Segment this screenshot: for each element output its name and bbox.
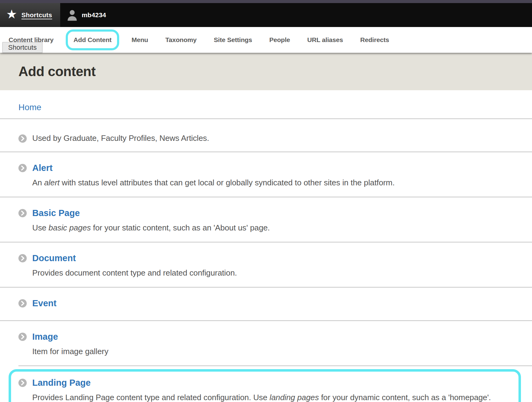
user-icon xyxy=(67,9,77,21)
admin-toolbar: ★ Shortcuts mb4234 xyxy=(0,3,532,27)
content-type-description: An alert with status level attributes th… xyxy=(32,178,514,187)
content-type-link-image[interactable]: Image xyxy=(32,332,58,342)
chevron-right-icon xyxy=(18,379,27,387)
chevron-right-icon xyxy=(18,134,27,143)
username-label: mb4234 xyxy=(82,11,106,19)
list-item-untitled: Used by Graduate, Faculty Profiles, News… xyxy=(0,118,532,152)
window-top-strip xyxy=(0,0,532,3)
content-type-description: Used by Graduate, Faculty Profiles, News… xyxy=(32,133,514,143)
page-title: Add content xyxy=(18,64,96,79)
content-type-description: Provides document content type and relat… xyxy=(32,268,514,278)
content-type-link-landing-page[interactable]: Landing Page xyxy=(32,378,91,388)
nav-item-people[interactable]: People xyxy=(261,36,299,44)
content-type-link-event[interactable]: Event xyxy=(32,298,57,308)
list-item-basic-page: Basic Page Use basic pages for your stat… xyxy=(0,197,532,242)
list-item-document: Document Provides document content type … xyxy=(0,242,532,287)
content-type-link-basic-page[interactable]: Basic Page xyxy=(32,208,80,218)
star-icon: ★ xyxy=(6,8,17,20)
landing-page-highlight-ring: Landing Page Provides Landing Page conte… xyxy=(9,369,521,402)
breadcrumb-home-link[interactable]: Home xyxy=(18,102,41,112)
list-item-alert: Alert An alert with status level attribu… xyxy=(0,152,532,197)
nav-item-site-settings[interactable]: Site Settings xyxy=(205,36,261,44)
content-type-description: Use basic pages for your static content,… xyxy=(32,223,514,233)
shortcuts-tooltip: Shortcuts xyxy=(2,42,42,53)
list-item-event: Event xyxy=(0,287,532,320)
list-item-image: Image Item for image gallery xyxy=(0,320,532,365)
chevron-right-icon xyxy=(18,254,27,262)
list-item-landing-page: Landing Page Provides Landing Page conte… xyxy=(11,372,518,402)
chevron-right-icon xyxy=(18,164,27,172)
chevron-right-icon xyxy=(18,333,27,341)
admin-nav: Content library Add Content Menu Taxonom… xyxy=(0,27,532,53)
nav-item-taxonomy[interactable]: Taxonomy xyxy=(157,36,205,44)
user-menu-button[interactable]: mb4234 xyxy=(60,3,106,27)
nav-item-url-aliases[interactable]: URL aliases xyxy=(299,36,351,44)
content-type-link-document[interactable]: Document xyxy=(32,253,76,263)
add-content-highlight-ring: Add Content xyxy=(66,29,119,50)
nav-item-add-content[interactable]: Add Content xyxy=(68,32,117,48)
content-type-description: Provides Landing Page content type and r… xyxy=(32,393,511,402)
divider xyxy=(18,365,532,366)
nav-item-redirects[interactable]: Redirects xyxy=(352,36,398,44)
shortcuts-button[interactable]: ★ Shortcuts xyxy=(0,3,60,27)
shortcuts-button-label: Shortcuts xyxy=(22,11,52,19)
content-type-list: Used by Graduate, Faculty Profiles, News… xyxy=(0,118,532,402)
breadcrumb: Home xyxy=(0,90,532,118)
content-type-link-alert[interactable]: Alert xyxy=(32,163,53,173)
chevron-right-icon xyxy=(18,209,27,217)
content-area: Home Used by Graduate, Faculty Profiles,… xyxy=(0,90,532,402)
nav-item-menu[interactable]: Menu xyxy=(123,36,157,44)
content-type-description: Item for image gallery xyxy=(32,347,514,356)
chevron-right-icon xyxy=(18,299,27,307)
page-header: Add content xyxy=(0,53,532,90)
